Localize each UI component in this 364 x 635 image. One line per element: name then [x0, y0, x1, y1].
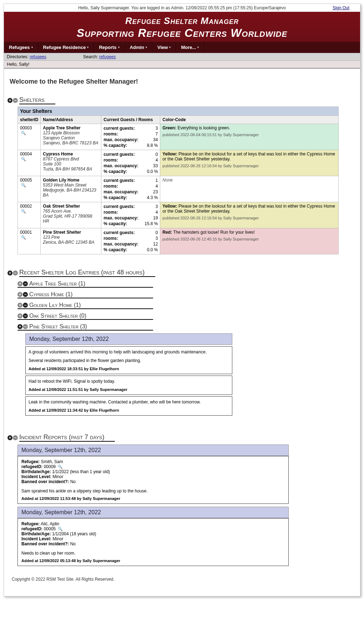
directories-link[interactable]: refugees — [30, 54, 46, 59]
expand-collapse-icon[interactable]: +− — [17, 324, 28, 329]
table-row: 00003 🔍Apple Tree Shelter123 Apple Bloss… — [18, 124, 339, 150]
log-shelter-heading: Apple Tree Shelter (1) — [29, 281, 85, 287]
hello-bar: Hello, Sally! — [4, 61, 360, 69]
table-row: 00001 🔍Pine Street Shelter123 PineZenica… — [18, 228, 339, 254]
log-shelter-heading: Pine Street Shelter (3) — [29, 323, 87, 330]
log-date-header: Monday, September 12th, 2022 — [25, 333, 232, 345]
expand-collapse-icon[interactable]: +− — [7, 98, 18, 103]
incidents-heading: Incident Reports (past 7 days) — [19, 433, 115, 442]
log-shelter-heading: Golden Lily Home (1) — [29, 302, 81, 308]
table-row: 00002 🔍Oak Street Shelter765 Acorn Ave.G… — [18, 202, 339, 228]
directories-label: Directories: — [7, 54, 29, 59]
nav-view[interactable]: View▾ — [152, 42, 176, 53]
shelters-table: Your Shelters shelterID Name/Address Cur… — [17, 106, 339, 254]
incident-date-header: Monday, September 12th, 2022 — [17, 507, 289, 518]
nav-admin[interactable]: Admin▾ — [125, 42, 152, 53]
expand-collapse-icon[interactable]: +− — [17, 281, 28, 286]
expand-collapse-icon[interactable]: +− — [17, 303, 28, 308]
welcome-heading: Welcome to the Refugee Shelter Manager! — [10, 78, 357, 85]
log-shelter-heading: Oak Street Shelter (0) — [29, 313, 86, 319]
footer-text: Copyright © 2022 RSM Test Site. All Righ… — [12, 577, 357, 582]
search-link[interactable]: refugees — [99, 54, 116, 59]
sign-out-link[interactable]: Sign Out — [333, 5, 349, 10]
log-entry: A group of volunteers arrived this morni… — [25, 346, 232, 374]
recent-log-heading: Recent Shelter Log Entries (past 48 hour… — [19, 269, 155, 277]
expand-collapse-icon[interactable]: +− — [17, 313, 28, 318]
log-entry: Had to reboot the WiFi. Signal is spotty… — [25, 376, 232, 395]
search-label: Search: — [83, 54, 98, 59]
main-nav: Refugees▾Refugee Residence▾Reports▾Admin… — [4, 42, 360, 53]
magnify-icon[interactable]: 🔍 — [58, 465, 63, 469]
directory-bar: Directories: refugees Search: refugees — [4, 53, 360, 61]
expand-collapse-icon[interactable]: +− — [17, 292, 28, 297]
incident-entry: Refugee: Smith, SamrefugeeID: 00009 🔍Bir… — [17, 456, 289, 504]
expand-collapse-icon[interactable]: +− — [7, 271, 18, 276]
greeting-text: Hello, Sally Supermanager. You are logge… — [78, 5, 286, 10]
app-subtitle: Supporting Refugee Centers Worldwide — [4, 26, 360, 40]
top-bar: Hello, Sally Supermanager. You are logge… — [4, 4, 360, 12]
nav-more-[interactable]: More...▾ — [176, 42, 204, 53]
incident-date-header: Monday, September 12th, 2022 — [17, 445, 289, 456]
table-row: 00004 🔍Cypress Home8787 Cypress BlvdSuit… — [18, 150, 339, 176]
log-shelter-heading: Cypress Home (1) — [29, 291, 72, 298]
magnify-icon[interactable]: 🔍 — [21, 157, 26, 161]
magnify-icon[interactable]: 🔍 — [21, 131, 26, 135]
nav-reports[interactable]: Reports▾ — [94, 42, 125, 53]
nav-refugee-residence[interactable]: Refugee Residence▾ — [38, 42, 94, 53]
magnify-icon[interactable]: 🔍 — [21, 209, 26, 213]
magnify-icon[interactable]: 🔍 — [21, 183, 26, 187]
incident-entry: Refugee: Alić, AjdinrefugeeID: 00005 🔍Bi… — [17, 518, 289, 566]
col-colorcode: Color-Code — [160, 116, 338, 124]
nav-refugees[interactable]: Refugees▾ — [4, 42, 38, 53]
shelters-heading: Shelters — [19, 96, 55, 104]
col-shelterid: shelterID — [18, 116, 41, 124]
expand-collapse-icon[interactable]: +− — [7, 435, 18, 440]
table-caption: Your Shelters — [18, 107, 339, 116]
col-guests: Current Guests / Rooms — [101, 116, 160, 124]
log-entry: Leak in the community washing machine. C… — [25, 396, 232, 416]
magnify-icon[interactable]: 🔍 — [58, 527, 63, 531]
col-name: Name/Address — [41, 116, 101, 124]
table-row: 00005 🔍Golden Lily Home5353 West Main St… — [18, 176, 339, 202]
app-header: Refugee Shelter Manager Supporting Refug… — [4, 12, 360, 42]
magnify-icon[interactable]: 🔍 — [21, 235, 26, 239]
app-title: Refugee Shelter Manager — [4, 15, 360, 26]
